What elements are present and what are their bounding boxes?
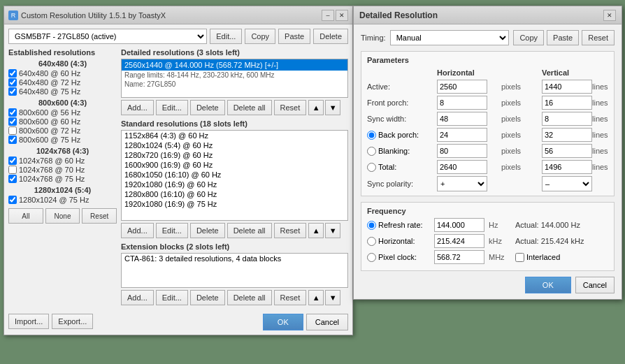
detail-dialog: Detailed Resolution ✕ Timing: Manual Cop… — [353, 6, 622, 300]
standard-label: Standard resolutions (18 slots left) — [121, 119, 348, 128]
detailed-item-selected[interactable]: 2560x1440 @ 144.000 Hz (568.72 MHz) [+/-… — [122, 59, 347, 71]
res-item: 1024x768 @ 70 Hz — [8, 166, 117, 174]
all-button[interactable]: All — [8, 208, 43, 224]
front-porch-v-input[interactable] — [542, 96, 592, 110]
standard-reset-button[interactable]: Reset — [274, 223, 307, 238]
edit-button[interactable]: Edit... — [210, 29, 242, 44]
dialog-cancel-button[interactable]: Cancel — [575, 277, 615, 293]
front-porch-h-input[interactable] — [437, 96, 487, 110]
res-checkbox-1024-75[interactable] — [8, 175, 17, 183]
std-item[interactable]: 1920x1080 (16:9) @ 60 Hz — [122, 180, 347, 189]
standard-up-button[interactable]: ▲ — [308, 223, 324, 238]
std-item[interactable]: 1280x800 (16:10) @ 60 Hz — [122, 189, 347, 199]
ext-delete-all-button[interactable]: Delete all — [227, 290, 272, 305]
standard-down-button[interactable]: ▼ — [325, 223, 340, 238]
horizontal-freq-radio[interactable] — [367, 237, 376, 246]
res-checkbox-800-60[interactable] — [8, 117, 17, 126]
main-title-bar: R Custom Resolution Utility 1.5.1 by Toa… — [4, 6, 352, 24]
minimize-button[interactable]: – — [322, 10, 334, 21]
standard-delete-button[interactable]: Delete — [190, 223, 225, 238]
standard-add-button[interactable]: Add... — [121, 223, 154, 238]
res-checkbox-800-72[interactable] — [8, 126, 17, 135]
ext-add-button[interactable]: Add... — [121, 290, 154, 305]
delete-button[interactable]: Delete — [313, 29, 348, 44]
dialog-ok-button[interactable]: OK — [525, 277, 571, 293]
total-radio[interactable] — [367, 163, 376, 172]
std-item[interactable]: 1280x720 (16:9) @ 60 Hz — [122, 150, 347, 160]
main-ok-button[interactable]: OK — [263, 314, 303, 330]
reset-established-button[interactable]: Reset — [82, 208, 117, 224]
timing-select[interactable]: Manual — [390, 30, 510, 45]
std-item[interactable]: 1680x1050 (16:10) @ 60 Hz — [122, 170, 347, 180]
extension-item[interactable]: CTA-861: 3 detailed resolutions, 4 data … — [122, 254, 347, 263]
std-item[interactable]: 1600x900 (16:9) @ 60 Hz — [122, 160, 347, 170]
detailed-add-button[interactable]: Add... — [121, 100, 154, 115]
detailed-up-button[interactable]: ▲ — [308, 100, 324, 115]
main-cancel-button[interactable]: Cancel — [306, 314, 348, 330]
copy-button[interactable]: Copy — [245, 29, 275, 44]
detailed-delete-all-button[interactable]: Delete all — [227, 100, 272, 115]
res-checkbox-1280-75[interactable] — [8, 196, 17, 204]
app-icon: R — [8, 10, 18, 20]
back-porch-v-input[interactable] — [542, 128, 592, 142]
none-button[interactable]: None — [45, 208, 80, 224]
paste-button[interactable]: Paste — [278, 29, 310, 44]
active-v-input[interactable] — [542, 80, 592, 94]
freq-title: Frequency — [367, 207, 608, 215]
active-h-input[interactable] — [437, 80, 487, 94]
ext-delete-button[interactable]: Delete — [190, 290, 225, 305]
dialog-copy-button[interactable]: Copy — [513, 30, 544, 45]
sync-width-h-input[interactable] — [437, 112, 487, 126]
detailed-delete-button[interactable]: Delete — [190, 100, 225, 115]
v-polarity-select[interactable]: – + — [542, 176, 592, 191]
params-row-total: Total: pixels lines — [367, 160, 608, 174]
res-checkbox-640-75[interactable] — [8, 87, 17, 96]
blanking-h-input[interactable] — [437, 144, 487, 158]
std-item[interactable]: 1920x1080 (16:9) @ 75 Hz — [122, 199, 347, 209]
res-checkbox-1024-70[interactable] — [8, 166, 17, 174]
blanking-radio[interactable] — [367, 147, 376, 156]
res-label-800-60: 800x600 @ 60 Hz — [19, 117, 80, 126]
pixel-clock-input[interactable] — [434, 250, 484, 264]
standard-edit-button[interactable]: Edit... — [156, 223, 188, 238]
close-button[interactable]: ✕ — [336, 10, 348, 21]
ext-down-button[interactable]: ▼ — [325, 290, 340, 305]
detail-close-button[interactable]: ✕ — [603, 10, 616, 21]
sync-width-v-input[interactable] — [542, 112, 592, 126]
extension-listbox[interactable]: CTA-861: 3 detailed resolutions, 4 data … — [121, 253, 348, 288]
monitor-select[interactable]: GSM5B7F - 27GL850 (active) — [8, 29, 207, 44]
res-checkbox-640-72[interactable] — [8, 78, 17, 87]
refresh-rate-radio[interactable] — [367, 221, 376, 230]
res-checkbox-800-56[interactable] — [8, 108, 17, 117]
detailed-listbox[interactable]: 2560x1440 @ 144.000 Hz (568.72 MHz) [+/-… — [121, 59, 348, 98]
ext-up-button[interactable]: ▲ — [308, 290, 324, 305]
standard-delete-all-button[interactable]: Delete all — [227, 223, 272, 238]
total-h-input[interactable] — [437, 160, 487, 174]
detailed-edit-button[interactable]: Edit... — [156, 100, 188, 115]
res-checkbox-640-60[interactable] — [8, 69, 17, 78]
detailed-reset-button[interactable]: Reset — [274, 100, 307, 115]
freq-row-refresh: Refresh rate: Hz Actual: 144.000 Hz — [367, 218, 608, 232]
import-button[interactable]: Import... — [8, 314, 49, 329]
export-button[interactable]: Export... — [52, 314, 93, 329]
std-item[interactable]: 1280x1024 (5:4) @ 60 Hz — [122, 140, 347, 150]
back-porch-radio[interactable] — [367, 131, 376, 140]
pixel-clock-radio[interactable] — [367, 253, 376, 262]
h-polarity-select[interactable]: + - — [437, 176, 487, 191]
standard-listbox[interactable]: 1152x864 (4:3) @ 60 Hz 1280x1024 (5:4) @… — [121, 130, 348, 221]
ext-edit-button[interactable]: Edit... — [156, 290, 188, 305]
blanking-v-input[interactable] — [542, 144, 592, 158]
detailed-down-button[interactable]: ▼ — [325, 100, 340, 115]
horizontal-freq-input[interactable] — [434, 234, 484, 248]
detail-dialog-title: Detailed Resolution — [359, 10, 438, 20]
total-v-input[interactable] — [542, 160, 592, 174]
back-porch-h-input[interactable] — [437, 128, 487, 142]
dialog-reset-button[interactable]: Reset — [582, 30, 615, 45]
refresh-rate-input[interactable] — [434, 218, 484, 232]
std-item[interactable]: 1152x864 (4:3) @ 60 Hz — [122, 131, 347, 140]
ext-reset-button[interactable]: Reset — [274, 290, 307, 305]
res-checkbox-1024-60[interactable] — [8, 156, 17, 165]
interlaced-checkbox[interactable] — [515, 253, 524, 262]
res-checkbox-800-75[interactable] — [8, 136, 17, 144]
dialog-paste-button[interactable]: Paste — [547, 30, 579, 45]
